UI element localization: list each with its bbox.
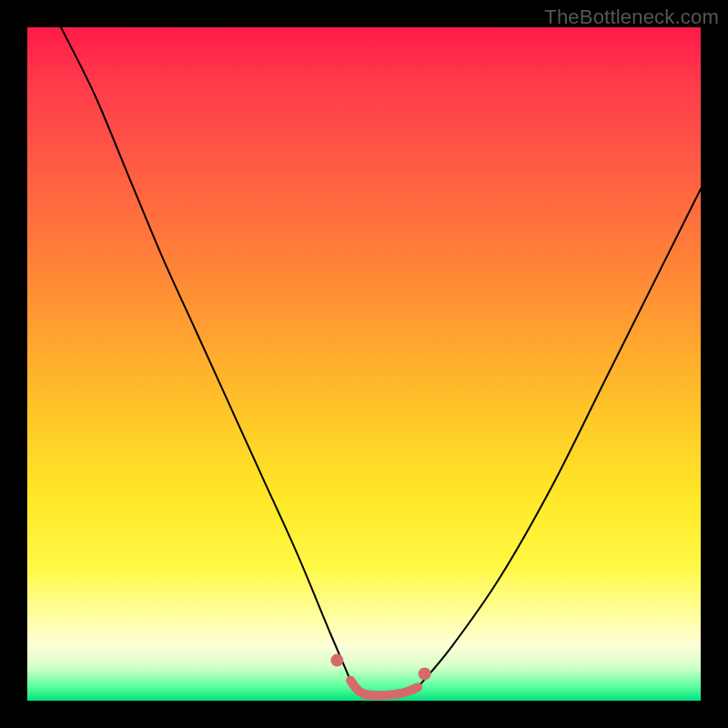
curve-layer	[27, 27, 701, 701]
plot-area	[27, 27, 701, 701]
mid-marker-1	[359, 690, 369, 699]
mid-marker-2	[393, 690, 402, 699]
right-curve	[350, 189, 701, 695]
left-curve	[61, 27, 418, 695]
watermark-text: TheBottleneck.com	[544, 5, 719, 29]
left-marker	[330, 654, 343, 667]
right-marker	[419, 667, 431, 680]
chart-frame: TheBottleneck.com	[0, 0, 728, 728]
